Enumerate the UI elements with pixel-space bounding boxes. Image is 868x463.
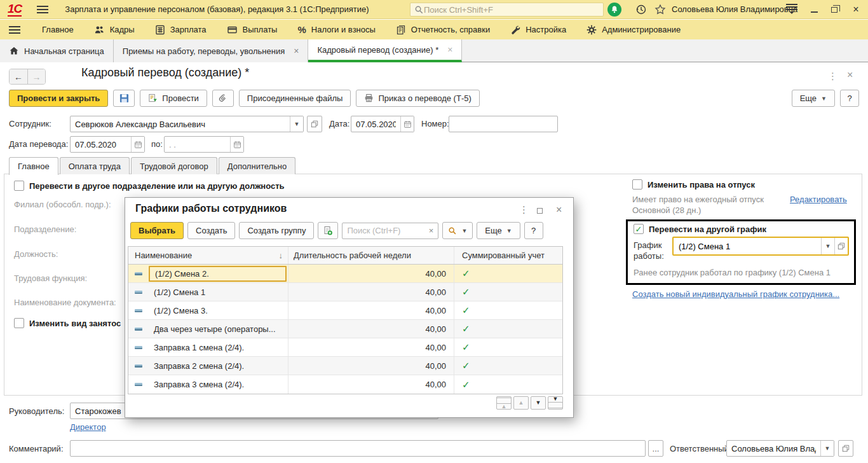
go-down-button[interactable]: ▼ — [531, 396, 546, 410]
global-search[interactable] — [410, 3, 604, 17]
checkmark-icon: ✓ — [462, 268, 470, 279]
menu-kadry[interactable]: Кадры — [84, 20, 145, 39]
dialog-more-dots-icon[interactable]: ⋮ — [519, 204, 529, 216]
vacation-rights-checkbox[interactable] — [632, 179, 642, 190]
to-calendar-icon[interactable] — [230, 137, 243, 152]
tab-priemy-perevody[interactable]: Приемы на работу, переводы, увольнения × — [114, 39, 309, 62]
table-row[interactable]: (1/2) Смена 1 40,00 ✓ — [128, 283, 562, 301]
dialog-maximize-icon[interactable] — [537, 206, 543, 216]
comment-more-button[interactable]: ... — [648, 440, 663, 457]
table-row[interactable]: Заправка 3 смена (2/4). 40,00 ✓ — [128, 375, 562, 394]
attached-files-button[interactable]: Присоединенные файлы — [239, 90, 351, 107]
menu-zarplata[interactable]: Зарплата — [145, 20, 217, 39]
page-tab-oplata-truda[interactable]: Оплата труда — [60, 157, 130, 174]
go-last-button[interactable]: ▼ — [548, 396, 563, 410]
responsible-dropdown-icon[interactable]: ▼ — [820, 441, 834, 456]
tab-kadrovyi-perevod[interactable]: Кадровый перевод (создание) * × — [308, 39, 462, 62]
close-app-button[interactable]: × — [848, 0, 864, 19]
menu-otchetnost[interactable]: Отчетность, справки — [386, 20, 500, 39]
date-field — [351, 116, 414, 132]
close-tab-icon[interactable]: × — [447, 45, 452, 55]
copy-item-button[interactable] — [318, 222, 338, 239]
transfer-date-input[interactable] — [71, 137, 131, 152]
attach-button[interactable] — [212, 90, 234, 107]
table-row[interactable]: Заправка 1 смена (2/4). 40,00 ✓ — [128, 338, 562, 357]
sections-panel-icon[interactable] — [9, 26, 20, 34]
minimize-button[interactable] — [806, 0, 822, 19]
button-label: Провести — [162, 93, 199, 103]
clear-search-icon[interactable]: × — [427, 226, 436, 235]
table-row[interactable]: (1/2) Смена 2. 40,00 ✓ — [128, 265, 562, 283]
transfer-calendar-icon[interactable] — [131, 137, 144, 152]
current-user[interactable]: Соловьева Юлия Владимировна — [672, 4, 797, 14]
change-schedule-checkbox[interactable]: ✓ — [634, 224, 644, 234]
menu-nalogi[interactable]: % Налоги и взносы — [287, 20, 385, 39]
manager-position-link[interactable]: Директор — [70, 422, 106, 432]
work-schedule-input[interactable] — [674, 242, 821, 251]
menu-vyplaty[interactable]: Выплаты — [217, 20, 288, 39]
help-button[interactable]: ? — [840, 90, 859, 107]
transfer-order-button[interactable]: Приказ о переводе (Т-5) — [356, 90, 479, 107]
date-calendar-icon[interactable] — [400, 116, 414, 132]
column-week-length[interactable]: Длительность рабочей недели — [288, 247, 454, 264]
history-icon[interactable] — [634, 2, 649, 17]
create-group-button[interactable]: Создать группу — [239, 222, 314, 239]
page-tab-trudovoy-dogovor[interactable]: Трудовой договор — [131, 157, 217, 174]
dialog-close-icon[interactable]: × — [556, 204, 562, 216]
form-more-dots-icon[interactable]: ⋮ — [828, 71, 837, 82]
close-tab-icon[interactable]: × — [294, 46, 299, 56]
employee-input[interactable] — [71, 116, 290, 132]
notifications-icon[interactable] — [607, 3, 621, 17]
to-date-input[interactable] — [165, 137, 230, 152]
work-schedule-dropdown-icon[interactable]: ▼ — [821, 238, 834, 254]
dialog-more-button[interactable]: Еще▼ — [477, 222, 520, 239]
favorites-star-icon[interactable] — [653, 2, 668, 17]
back-button[interactable]: ← — [10, 69, 27, 84]
column-summarized[interactable]: Суммированный учет — [454, 247, 562, 264]
post-and-close-button[interactable]: Провести и закрыть — [9, 90, 108, 107]
create-individual-schedule-link[interactable]: Создать новый индивидуальный график сотр… — [632, 289, 839, 299]
date-input[interactable] — [351, 116, 400, 132]
form-more-button[interactable]: Еще▼ — [792, 90, 835, 107]
change-employment-checkbox[interactable] — [14, 318, 24, 328]
schedule-item-icon — [135, 309, 142, 312]
employee-open-icon[interactable] — [307, 116, 322, 132]
employee-dropdown-icon[interactable]: ▼ — [290, 116, 303, 132]
schedule-item-icon — [135, 291, 142, 294]
responsible-input[interactable] — [727, 441, 820, 456]
tab-home[interactable]: Начальная страница — [0, 39, 114, 62]
table-row[interactable]: Заправка 2 смена (2/4). 40,00 ✓ — [128, 357, 562, 375]
save-button[interactable] — [113, 90, 135, 107]
main-menu-icon[interactable] — [37, 6, 48, 13]
restore-window-button[interactable] — [826, 0, 843, 19]
responsible-open-icon[interactable] — [838, 440, 853, 457]
select-button[interactable]: Выбрать — [130, 222, 184, 239]
go-first-button[interactable]: ▲ — [496, 396, 512, 410]
responsible-label: Ответственный: — [670, 444, 731, 453]
post-button[interactable]: Провести — [140, 90, 207, 107]
dialog-help-button[interactable]: ? — [524, 222, 543, 239]
global-search-input[interactable] — [424, 5, 599, 15]
transfer-department-checkbox[interactable] — [14, 181, 24, 191]
work-schedule-open-icon[interactable] — [834, 238, 848, 254]
forward-button[interactable]: → — [27, 69, 45, 84]
edit-vacation-link[interactable]: Редактировать — [790, 195, 847, 204]
form-close-icon[interactable]: × — [847, 69, 853, 81]
paperclip-icon — [218, 93, 227, 103]
search-options-button[interactable]: ▼ — [442, 222, 473, 239]
go-up-button[interactable]: ▲ — [513, 396, 529, 410]
table-row[interactable]: Два через четыре (операторы... 40,00 ✓ — [128, 320, 562, 338]
menu-glavnoe[interactable]: Главное — [32, 20, 84, 39]
table-row[interactable]: (1/2) Смена 3. 40,00 ✓ — [128, 301, 562, 320]
number-input[interactable] — [449, 116, 557, 132]
create-button[interactable]: Создать — [187, 222, 235, 239]
comment-input[interactable] — [71, 441, 645, 456]
menu-nastroyka[interactable]: Настройка — [500, 20, 576, 39]
page-tab-dopolnitelno[interactable]: Дополнительно — [219, 157, 296, 174]
transfer-department-checkbox-label: Перевести в другое подразделение или на … — [29, 181, 285, 191]
column-name[interactable]: Наименование↓ — [128, 247, 288, 264]
menu-administrirovanie[interactable]: Администрирование — [576, 20, 691, 39]
page-tab-glavnoe[interactable]: Главное — [9, 157, 58, 175]
dialog-search-input[interactable] — [347, 226, 426, 235]
service-menu-icon[interactable] — [786, 4, 797, 14]
